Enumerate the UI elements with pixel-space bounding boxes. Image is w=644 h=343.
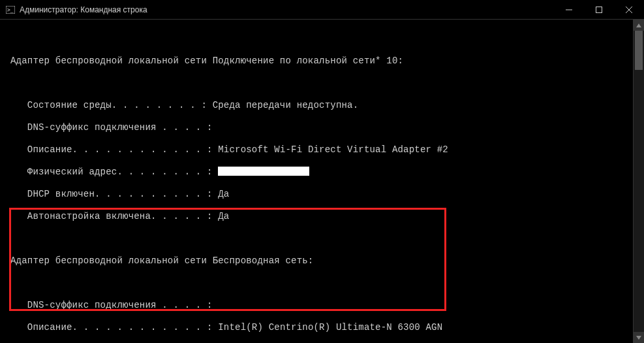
blank-line [10,78,639,89]
cmd-icon: >_ [5,5,16,15]
svg-rect-3 [596,7,602,12]
adapter1-autoconf: Автонастройка включена. . . . . : Да [10,211,639,222]
scroll-down-button[interactable] [634,332,644,343]
blank-line [10,233,639,244]
scroll-thumb[interactable] [635,31,643,70]
vertical-scrollbar[interactable] [633,20,644,343]
scroll-up-button[interactable] [634,20,644,31]
adapter1-media-state: Состояние среды. . . . . . . . : Среда п… [10,100,639,111]
adapter2-description: Описание. . . . . . . . . . . . : Intel(… [10,322,639,333]
blank-line [10,278,639,289]
blank-line [10,33,639,44]
adapter1-physical-address: Физический адрес. . . . . . . . : [10,167,639,178]
adapter2-header: Адаптер беспроводной локальной сети Бесп… [10,255,639,267]
window-titlebar: >_ Администратор: Командная строка [0,0,644,20]
close-button[interactable] [614,0,644,20]
redacted-block [218,167,309,176]
svg-marker-6 [636,24,641,27]
svg-text:>_: >_ [7,7,14,13]
svg-marker-7 [636,336,641,340]
adapter1-dns-suffix: DNS-суффикс подключения . . . . : [10,122,639,133]
window-controls [554,0,644,20]
window-title: Администратор: Командная строка [20,5,554,14]
adapter1-dhcp: DHCP включен. . . . . . . . . . : Да [10,189,639,200]
adapter1-description: Описание. . . . . . . . . . . . : Micros… [10,144,639,155]
scroll-track[interactable] [634,31,644,332]
console-output[interactable]: Адаптер беспроводной локальной сети Подк… [0,20,644,343]
maximize-button[interactable] [584,0,614,20]
adapter2-dns-suffix: DNS-суффикс подключения . . . . : [10,300,639,311]
minimize-button[interactable] [554,0,584,20]
adapter1-header: Адаптер беспроводной локальной сети Подк… [10,56,639,67]
